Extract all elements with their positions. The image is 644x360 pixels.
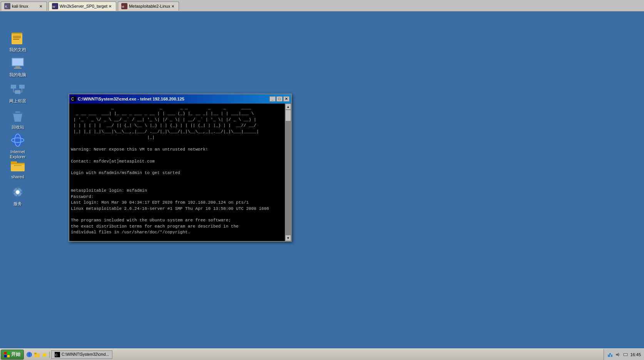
svg-rect-56	[624, 354, 627, 355]
recycle-label: 回收站	[12, 125, 24, 130]
svg-rect-14	[14, 68, 22, 69]
taskbar-bottom: 开始 C C:\WINNT\System32\cmd...	[0, 348, 644, 360]
tab-kali[interactable]: K kali linux ✕	[1, 2, 47, 11]
cmd-close[interactable]: ✕	[283, 96, 289, 102]
cmd-maximize[interactable]: □	[276, 96, 283, 102]
svg-rect-8	[13, 36, 21, 37]
icon-shared[interactable]: shared	[4, 156, 32, 181]
my-docs-icon	[10, 30, 25, 46]
cmd-scrollbar[interactable]: ▲ ▼	[285, 104, 291, 241]
icon-services[interactable]: 服务	[4, 183, 32, 208]
svg-rect-15	[11, 85, 16, 89]
tab-meta-label: Metasploitable2-Linux	[129, 4, 170, 8]
services-icon	[10, 184, 25, 200]
svg-marker-54	[616, 353, 619, 357]
svg-marker-48	[42, 352, 47, 357]
svg-rect-16	[19, 85, 25, 89]
svg-text:W: W	[52, 5, 55, 8]
svg-rect-52	[611, 355, 612, 357]
svg-rect-13	[15, 66, 20, 68]
tray-volume-icon	[615, 352, 621, 358]
desktop: 我的文档 我的电脑 网上邻居 回收站	[0, 12, 644, 348]
win2k-icon: W	[52, 3, 58, 9]
svg-rect-53	[609, 353, 611, 355]
taskbar-cmd-label: C:\WINNT\System32\cmd...	[62, 352, 109, 357]
shared-icon	[10, 157, 25, 173]
svg-text:K: K	[5, 5, 7, 8]
cmd-titlebar[interactable]: C C:\WINNT\System32\cmd.exe - telnet 192…	[69, 94, 291, 104]
svg-rect-41	[7, 352, 10, 354]
tab-bar: K kali linux ✕ W Win2kServer_SP0_target …	[0, 0, 644, 12]
svg-rect-24	[12, 113, 23, 114]
my-docs-label: 我的文档	[9, 47, 26, 52]
scroll-up[interactable]: ▲	[285, 104, 291, 110]
tab-win2k-close[interactable]: ✕	[107, 3, 113, 9]
ie-icon	[10, 132, 25, 148]
tab-meta-close[interactable]: ✕	[170, 3, 176, 9]
svg-rect-47	[34, 353, 37, 354]
svg-rect-12	[12, 59, 23, 65]
tray-network-icon	[607, 352, 613, 358]
svg-rect-36	[12, 191, 15, 193]
cmd-window: C C:\WINNT\System32\cmd.exe - telnet 192…	[69, 94, 292, 242]
tab-kali-close[interactable]: ✕	[38, 3, 43, 9]
tray-icon3	[622, 352, 629, 358]
svg-rect-40	[4, 352, 7, 354]
my-computer-label: 我的电脑	[9, 72, 26, 77]
svg-marker-22	[13, 113, 22, 122]
cmd-title-text: C:\WINNT\System32\cmd.exe - telnet 192.1…	[78, 97, 269, 101]
recycle-icon	[10, 108, 25, 123]
svg-rect-34	[17, 187, 18, 189]
taskbar-programs: C C:\WINNT\System32\cmd...	[50, 350, 604, 359]
tray-time: 16:45	[630, 352, 641, 357]
kali-icon: K	[4, 3, 10, 9]
start-label: 开始	[11, 351, 20, 358]
start-icon	[4, 352, 10, 357]
svg-rect-43	[7, 355, 10, 357]
quick-folder-icon[interactable]	[34, 352, 40, 358]
icon-my-docs[interactable]: 我的文档	[4, 29, 32, 54]
taskbar-cmd-icon: C	[55, 352, 60, 357]
start-button[interactable]: 开始	[1, 350, 24, 360]
meta-icon: M	[121, 3, 127, 9]
svg-point-33	[16, 190, 20, 194]
icon-network[interactable]: 网上邻居	[4, 80, 32, 105]
tab-meta[interactable]: M Metasploitable2-Linux ✕	[118, 2, 179, 11]
scroll-track[interactable]	[285, 110, 291, 235]
icon-recycle[interactable]: 回收站	[4, 106, 32, 131]
quick-ie-icon[interactable]	[26, 352, 32, 358]
quick-star-icon[interactable]	[42, 352, 48, 358]
services-label: 服务	[13, 201, 22, 206]
scroll-thumb[interactable]	[285, 110, 291, 121]
svg-text:C: C	[55, 353, 58, 357]
icon-my-computer[interactable]: 我的电脑	[4, 54, 32, 79]
tab-win2k-label: Win2kServer_SP0_target	[60, 4, 107, 8]
svg-text:M: M	[122, 5, 124, 8]
network-icon	[10, 82, 25, 97]
taskbar-cmd-item[interactable]: C C:\WINNT\System32\cmd...	[51, 350, 112, 359]
my-computer-icon	[10, 55, 25, 71]
tab-win2k[interactable]: W Win2kServer_SP0_target ✕	[49, 2, 116, 11]
scroll-down[interactable]: ▼	[285, 235, 291, 241]
cmd-controls: _ □ ✕	[269, 96, 289, 102]
tab-kali-label: kali linux	[12, 4, 28, 8]
svg-text:C: C	[71, 97, 74, 101]
svg-rect-9	[13, 37, 21, 38]
svg-point-25	[12, 134, 24, 146]
cmd-minimize[interactable]: _	[269, 96, 276, 102]
network-label: 网上邻居	[9, 99, 26, 104]
svg-rect-35	[17, 195, 18, 198]
svg-rect-6	[12, 33, 22, 44]
svg-rect-10	[13, 39, 19, 40]
svg-rect-7	[12, 33, 22, 34]
svg-rect-31	[14, 165, 22, 166]
svg-rect-37	[21, 191, 23, 193]
shared-label: shared	[11, 174, 24, 179]
taskbar-tray: 16:45	[604, 349, 644, 360]
svg-rect-30	[11, 161, 17, 164]
cmd-title-icon: C	[71, 96, 76, 102]
cmd-content[interactable]: _ _ _ _ _ _ ____ _ __ ___ ___| |_ __ _ _…	[69, 104, 285, 241]
quick-launch	[25, 352, 50, 358]
svg-rect-42	[4, 355, 7, 357]
svg-rect-51	[608, 355, 610, 357]
